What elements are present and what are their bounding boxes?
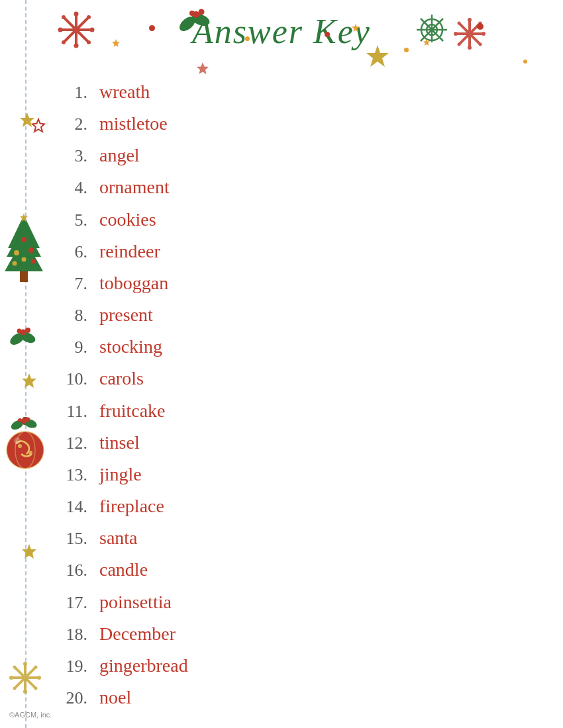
svg-point-66 xyxy=(18,418,22,422)
svg-point-58 xyxy=(25,328,30,333)
svg-point-85 xyxy=(34,687,38,690)
dot-red-2 xyxy=(325,32,330,37)
answer-number: 17. xyxy=(53,588,87,618)
answer-word: angel xyxy=(99,145,140,165)
star-gold-left-2-icon xyxy=(20,372,38,390)
list-item: 4.ornament xyxy=(53,171,188,203)
svg-point-80 xyxy=(9,676,13,680)
svg-marker-73 xyxy=(22,544,36,559)
answer-number: 13. xyxy=(53,461,87,490)
star-small-1-icon xyxy=(111,38,121,48)
answer-number: 7. xyxy=(53,269,87,299)
svg-point-50 xyxy=(28,248,34,253)
list-item: 10.carols xyxy=(53,363,188,394)
answer-number: 11. xyxy=(53,397,87,427)
list-item: 11.fruitcake xyxy=(53,395,188,427)
list-item: 7.toboggan xyxy=(53,267,188,299)
list-item: 20.noel xyxy=(53,682,188,713)
dot-orange-1 xyxy=(245,36,250,41)
svg-point-51 xyxy=(13,261,17,266)
answer-word: December xyxy=(99,623,176,644)
svg-point-79 xyxy=(23,690,27,694)
snowflake-gold-bottomleft-icon xyxy=(8,660,42,695)
answer-word: candle xyxy=(99,559,148,580)
dot-red-3 xyxy=(477,23,484,30)
svg-point-7 xyxy=(90,28,95,32)
answer-number: 20. xyxy=(53,684,87,713)
answer-number: 3. xyxy=(53,142,87,171)
list-item: 13.jingle xyxy=(53,459,188,490)
answer-number: 14. xyxy=(53,492,87,522)
svg-point-27 xyxy=(482,32,486,36)
svg-point-17 xyxy=(189,11,195,16)
svg-point-4 xyxy=(74,12,79,17)
svg-point-11 xyxy=(87,40,91,44)
star-small-top-icon xyxy=(195,61,210,75)
copyright: ©AGCM, inc. xyxy=(9,711,52,719)
svg-point-16 xyxy=(199,9,205,15)
list-item: 18.December xyxy=(53,618,188,650)
answer-number: 18. xyxy=(53,620,87,650)
svg-point-82 xyxy=(13,666,17,669)
holly-left-icon xyxy=(9,326,37,347)
svg-point-5 xyxy=(74,44,79,48)
list-item: 14.fireplace xyxy=(53,490,188,522)
svg-point-49 xyxy=(14,250,19,255)
answer-word: fruitcake xyxy=(99,400,166,421)
svg-point-83 xyxy=(34,666,38,669)
star-outline-left-icon xyxy=(30,118,46,134)
list-item: 12.tinsel xyxy=(53,427,188,459)
svg-point-30 xyxy=(458,43,461,46)
answer-number: 4. xyxy=(53,173,87,203)
answer-number: 2. xyxy=(53,110,87,140)
answer-word: mistletoe xyxy=(99,113,168,134)
list-item: 8.present xyxy=(53,299,188,331)
star-small-3-icon xyxy=(423,38,431,46)
svg-point-59 xyxy=(17,329,22,334)
svg-point-26 xyxy=(454,32,458,36)
answer-word: santa xyxy=(99,527,138,548)
svg-point-86 xyxy=(23,675,28,680)
star-small-2-icon xyxy=(351,23,360,32)
svg-point-72 xyxy=(14,437,21,444)
svg-point-84 xyxy=(13,687,17,690)
answer-word: present xyxy=(99,304,153,325)
list-item: 19.gingerbread xyxy=(53,650,188,682)
svg-point-31 xyxy=(479,43,482,46)
dotted-border xyxy=(25,0,26,728)
svg-point-28 xyxy=(458,22,461,25)
list-item: 17.poinsettia xyxy=(53,586,188,618)
page-title: Answer Key xyxy=(192,13,371,50)
svg-point-48 xyxy=(21,237,26,242)
list-item: 2.mistletoe xyxy=(53,108,188,140)
answer-word: jingle xyxy=(99,464,142,484)
svg-marker-40 xyxy=(352,24,360,32)
answer-word: carols xyxy=(99,368,144,388)
svg-point-65 xyxy=(26,418,30,422)
answer-word: stocking xyxy=(99,336,162,357)
svg-point-52 xyxy=(31,259,36,264)
answer-number: 5. xyxy=(53,206,87,236)
christmas-tree-icon xyxy=(0,212,48,285)
svg-marker-19 xyxy=(366,45,389,67)
svg-marker-43 xyxy=(32,119,44,132)
svg-marker-41 xyxy=(423,39,430,46)
snowflake-red-topright-icon xyxy=(452,17,487,51)
svg-point-32 xyxy=(467,31,472,36)
answer-number: 1. xyxy=(53,78,87,108)
list-item: 9.stocking xyxy=(53,331,188,363)
snowflake-red-topleft-icon xyxy=(56,10,96,50)
dot-orange-3 xyxy=(523,60,527,64)
list-item: 1.wreath xyxy=(53,76,188,108)
list-item: 3.angel xyxy=(53,140,188,171)
page: Answer Key xyxy=(0,0,563,728)
answer-list: 1.wreath2.mistletoe3.angel4.ornament5.co… xyxy=(53,76,188,713)
star-gold-left-3-icon xyxy=(20,543,38,561)
svg-point-70 xyxy=(18,444,22,448)
svg-point-9 xyxy=(87,15,91,19)
holly-top-icon xyxy=(178,5,214,34)
answer-word: fireplace xyxy=(99,496,164,516)
answer-number: 10. xyxy=(53,365,87,394)
svg-marker-39 xyxy=(112,39,120,47)
answer-number: 16. xyxy=(53,556,87,586)
